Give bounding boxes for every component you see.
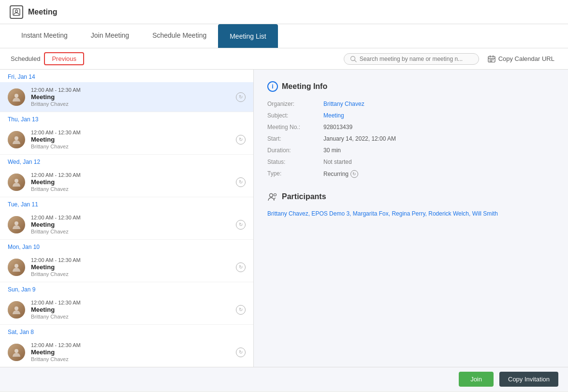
date-group-label: Mon, Jan 10: [0, 240, 253, 252]
scheduled-label: Scheduled: [10, 53, 41, 64]
meeting-organizer: Brittany Chavez: [31, 314, 230, 319]
type-value: Recurring ↻: [323, 170, 554, 178]
date-group-label: Sun, Jan 9: [0, 282, 253, 295]
meeting-info: 12:00 AM - 12:30 AM Meeting Brittany Cha…: [31, 87, 230, 107]
participants-icon: [267, 191, 278, 202]
recurring-badge: Recurring ↻: [323, 170, 358, 178]
meeting-info: 12:00 AM - 12:30 AM Meeting Brittany Cha…: [31, 300, 230, 319]
meeting-time: 12:00 AM - 12:30 AM: [31, 215, 230, 220]
tabs-bar: Instant Meeting Join Meeting Schedule Me…: [0, 24, 568, 48]
date-group-label: Wed, Jan 12: [0, 155, 253, 167]
meeting-name: Meeting: [31, 221, 230, 228]
tab-instant-meeting[interactable]: Instant Meeting: [10, 24, 79, 48]
svg-point-22: [274, 194, 277, 196]
avatar-img: [8, 344, 25, 361]
recur-icon: ↻: [236, 262, 246, 272]
meeting-time: 12:00 AM - 12:30 AM: [31, 172, 230, 178]
meeting-time: 12:00 AM - 12:30 AM: [31, 342, 230, 348]
meeting-time: 12:00 AM - 12:30 AM: [31, 300, 230, 305]
svg-line-3: [354, 60, 356, 62]
svg-point-16: [15, 221, 18, 225]
date-group-label: Sat, Jan 8: [0, 325, 253, 337]
info-icon: i: [267, 81, 278, 92]
meeting-item[interactable]: 12:00 AM - 12:30 AM Meeting Brittany Cha…: [0, 295, 253, 325]
svg-rect-10: [493, 59, 494, 60]
date-group-label: Thu, Jan 13: [0, 112, 253, 125]
meeting-item[interactable]: 12:00 AM - 12:30 AM Meeting Brittany Cha…: [0, 252, 253, 282]
svg-rect-11: [490, 60, 491, 61]
meeting-name: Meeting: [31, 178, 230, 186]
recur-icon: ↻: [236, 305, 246, 315]
meeting-name: Meeting: [31, 306, 230, 313]
search-input[interactable]: [360, 56, 473, 62]
meeting-organizer: Brittany Chavez: [31, 186, 230, 192]
tab-join-meeting[interactable]: Join Meeting: [79, 24, 141, 48]
duration-label: Duration:: [267, 147, 316, 154]
meeting-info-section: i Meeting Info: [267, 81, 554, 92]
toolbar-left: Scheduled Previous: [10, 52, 84, 65]
date-group-label: Fri, Jan 14: [0, 70, 253, 82]
status-label: Status:: [267, 159, 316, 165]
tab-meeting-list[interactable]: Meeting List: [218, 24, 277, 48]
svg-point-1: [15, 10, 18, 12]
meeting-info-title: Meeting Info: [282, 82, 327, 91]
participants-title: Participants: [282, 192, 326, 201]
meeting-item[interactable]: 12:00 AM - 12:30 AM Meeting Brittany Cha…: [0, 167, 253, 197]
meeting-info: 12:00 AM - 12:30 AM Meeting Brittany Cha…: [31, 172, 230, 192]
recur-icon: ↻: [236, 177, 246, 187]
svg-rect-8: [490, 59, 491, 60]
organizer-label: Organizer:: [267, 101, 316, 107]
meeting-name: Meeting: [31, 263, 230, 271]
calendar-icon: [488, 55, 495, 63]
svg-point-14: [15, 136, 18, 140]
start-value: January 14, 2022, 12:00 AM: [323, 135, 554, 142]
date-group-label: Tue, Jan 11: [0, 197, 253, 210]
participants-section: Participants: [267, 191, 554, 202]
avatar: [8, 259, 25, 276]
recur-icon: ↻: [236, 348, 246, 357]
svg-point-13: [15, 94, 18, 98]
subject-label: Subject:: [267, 112, 316, 119]
participants-list: Brittany Chavez, EPOS Demo 3, Margarita …: [267, 209, 554, 219]
footer: Join Copy Invitation: [0, 367, 568, 391]
recur-icon: ↻: [236, 92, 246, 102]
recur-icon: ↻: [236, 220, 246, 230]
avatar-img: [8, 88, 25, 106]
avatar: [8, 344, 25, 361]
copy-invitation-button[interactable]: Copy Invitation: [499, 372, 558, 387]
meeting-info: 12:00 AM - 12:30 AM Meeting Brittany Cha…: [31, 130, 230, 149]
start-label: Start:: [267, 135, 316, 142]
meeting-name: Meeting: [31, 348, 230, 356]
organizer-value: Brittany Chavez: [323, 101, 554, 107]
previous-button[interactable]: Previous: [44, 52, 84, 65]
svg-point-15: [15, 179, 18, 183]
search-icon: [350, 56, 357, 62]
meeting-item[interactable]: 12:00 AM - 12:30 AM Meeting Brittany Cha…: [0, 337, 253, 367]
avatar: [8, 131, 25, 148]
join-button[interactable]: Join: [459, 372, 494, 387]
subject-value: Meeting: [323, 112, 554, 119]
type-label: Type:: [267, 170, 316, 178]
duration-value: 30 min: [323, 147, 554, 154]
meeting-organizer: Brittany Chavez: [31, 271, 230, 277]
copy-calendar-button[interactable]: Copy Calendar URL: [484, 53, 558, 65]
meeting-organizer: Brittany Chavez: [31, 356, 230, 362]
meeting-name: Meeting: [31, 136, 230, 143]
avatar-img: [8, 301, 25, 319]
meeting-item[interactable]: 12:00 AM - 12:30 AM Meeting Brittany Cha…: [0, 82, 253, 112]
app-header: Meeting: [0, 0, 568, 24]
meeting-organizer: Brittany Chavez: [31, 144, 230, 149]
svg-point-19: [15, 349, 18, 353]
avatar-img: [8, 259, 25, 276]
tab-schedule-meeting[interactable]: Schedule Meeting: [141, 24, 218, 48]
meeting-item[interactable]: 12:00 AM - 12:30 AM Meeting Brittany Cha…: [0, 210, 253, 240]
copy-calendar-label: Copy Calendar URL: [498, 55, 554, 62]
search-box[interactable]: [344, 53, 479, 65]
meeting-item[interactable]: 12:00 AM - 12:30 AM Meeting Brittany Cha…: [0, 125, 253, 155]
meeting-no-label: Meeting No.:: [267, 124, 316, 131]
avatar-img: [8, 216, 25, 233]
app-logo-icon: [10, 5, 23, 19]
svg-point-21: [270, 194, 273, 197]
main-content: Fri, Jan 14 12:00 AM - 12:30 AM Meeting …: [0, 70, 568, 367]
recur-icon: ↻: [236, 135, 246, 145]
